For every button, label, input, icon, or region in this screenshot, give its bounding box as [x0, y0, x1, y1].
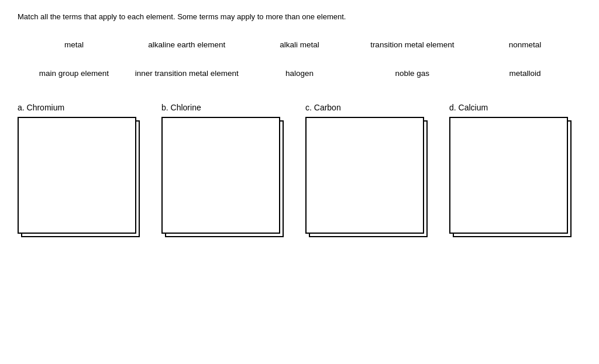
element-carbon-label: c. Carbon — [305, 103, 438, 112]
element-chlorine-drop-box[interactable] — [161, 117, 280, 234]
term-inner-transition-metal-element: inner transition metal element — [130, 63, 243, 85]
element-carbon-drop-box[interactable] — [305, 117, 424, 234]
element-chromium-drop-box[interactable] — [18, 117, 136, 234]
element-carbon-drop-wrapper — [305, 117, 438, 240]
element-calcium-label: d. Calcium — [449, 103, 581, 112]
term-alkali-metal: alkali metal — [243, 34, 356, 57]
term-transition-metal-element: transition metal element — [356, 34, 469, 57]
element-chromium-column: a. Chromium — [18, 103, 150, 240]
term-nonmetal: nonmetal — [469, 34, 581, 57]
term-main-group-element: main group element — [18, 63, 130, 85]
elements-section: a. Chromium b. Chlorine c. Carbon d. Cal… — [18, 103, 581, 240]
element-chlorine-column: b. Chlorine — [161, 103, 294, 240]
term-alkaline-earth-element: alkaline earth element — [130, 34, 243, 57]
instructions-text: Match all the terms that apply to each e… — [18, 12, 581, 22]
term-noble-gas: noble gas — [356, 63, 469, 85]
element-carbon-column: c. Carbon — [305, 103, 438, 240]
term-metalloid: metalloid — [469, 63, 581, 85]
element-chromium-drop-wrapper — [18, 117, 150, 240]
element-chlorine-drop-wrapper — [161, 117, 294, 240]
element-calcium-column: d. Calcium — [449, 103, 581, 240]
element-calcium-drop-box[interactable] — [449, 117, 568, 234]
element-chlorine-label: b. Chlorine — [161, 103, 294, 112]
terms-grid: metal alkaline earth element alkali meta… — [18, 34, 581, 85]
term-halogen: halogen — [243, 63, 356, 85]
element-chromium-label: a. Chromium — [18, 103, 150, 112]
element-calcium-drop-wrapper — [449, 117, 581, 240]
term-metal: metal — [18, 34, 130, 57]
